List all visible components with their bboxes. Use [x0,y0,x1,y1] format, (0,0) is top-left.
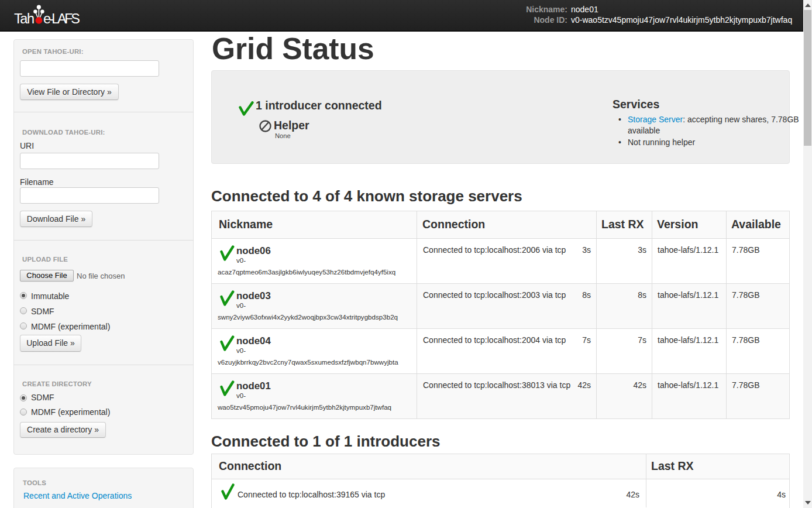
svg-text:e-LAFS: e-LAFS [43,11,80,26]
svg-text:Tah: Tah [14,11,35,26]
